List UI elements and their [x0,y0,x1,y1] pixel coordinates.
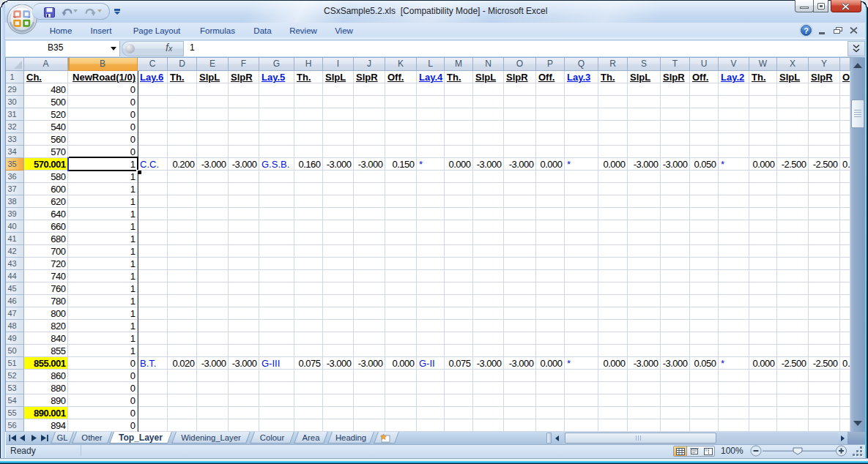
svg-text:?: ? [804,26,809,35]
